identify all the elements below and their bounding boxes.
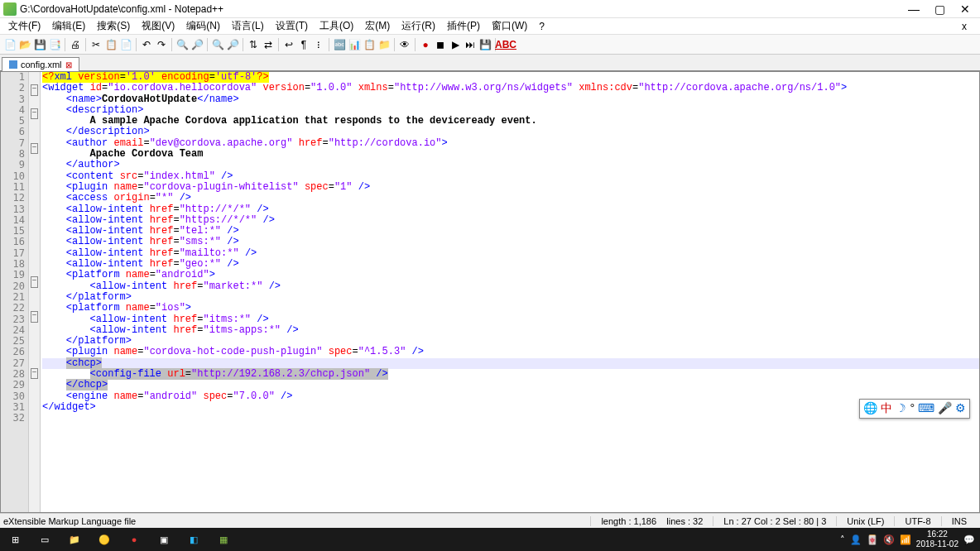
code-line[interactable]: </widget> [42,402,979,413]
record-icon[interactable]: ● [419,38,432,51]
zoom-out-icon[interactable]: 🔎 [226,38,239,51]
menu-item[interactable]: 插件(P) [442,17,485,35]
code-line[interactable]: <widget id="io.cordova.hellocordova" ver… [42,83,979,93]
paste-icon[interactable]: 📄 [119,38,132,51]
ime-keyboard-icon[interactable]: ⌨ [918,401,934,416]
code-area[interactable]: <?xml version='1.0' encoding='utf-8'?><w… [41,72,979,512]
menu-item[interactable]: 工具(O) [315,17,358,35]
code-line[interactable]: <config-file url="http://192.168.2.3/chc… [42,369,979,380]
code-line[interactable]: <chcp> [42,358,979,369]
chrome-icon[interactable]: 🟡 [89,528,119,551]
close-button[interactable]: ✕ [960,2,970,16]
ime-settings-icon[interactable]: ⚙ [955,401,966,416]
editor[interactable]: 1234567891011121314151617181920212223242… [0,71,980,513]
tray-volume-icon[interactable]: 🔇 [883,534,895,545]
code-line[interactable]: <name>CordovaHotUpdate</name> [42,94,979,105]
save-icon[interactable]: 💾 [33,38,46,51]
menu-item[interactable]: 文件(F) [3,17,46,35]
explorer-icon[interactable]: 📁 [60,528,89,551]
start-button[interactable]: ⊞ [0,528,30,551]
undo-icon[interactable]: ↶ [140,38,153,51]
menu-item[interactable]: 编辑(E) [47,17,90,35]
new-file-icon[interactable]: 📄 [3,38,17,51]
print-icon[interactable]: 🖨 [69,38,82,51]
tray-people-icon[interactable]: 👤 [850,534,862,545]
code-line[interactable]: <plugin name="cordova-hot-code-push-plug… [42,347,979,357]
wrap-icon[interactable]: ↩ [282,38,295,51]
terminal-icon[interactable]: ▣ [149,528,179,551]
code-line[interactable]: <allow-intent href="https://*/*" /> [42,215,979,226]
code-line[interactable]: Apache Cordova Team [42,149,979,160]
code-line[interactable]: <plugin name="cordova-plugin-whitelist" … [42,182,979,193]
code-line[interactable]: <content src="index.html" /> [42,171,979,182]
code-line[interactable]: <allow-intent href="tel:*" /> [42,226,979,237]
close-doc-icon[interactable]: x [957,19,972,34]
code-line[interactable]: <allow-intent href="sms:*" /> [42,237,979,247]
ime-cn-icon[interactable]: 中 [881,401,892,416]
stop-icon[interactable]: ◼ [434,38,447,51]
folder-icon[interactable]: 📁 [377,38,391,51]
code-line[interactable]: <platform name="ios"> [42,303,979,314]
menu-item[interactable]: 编码(N) [181,17,225,35]
tab-close-icon[interactable]: ⊠ [65,60,72,69]
tray-ime-icon[interactable]: 🀄 [867,534,878,545]
sync-h-icon[interactable]: ⇄ [262,38,275,51]
code-line[interactable]: <access origin="*" /> [42,193,979,204]
red-app-icon[interactable]: ● [119,528,149,551]
code-line[interactable]: </chcp> [42,380,979,390]
menu-item[interactable]: 运行(R) [396,17,440,35]
clock[interactable]: 16:22 2018-11-02 [916,529,958,549]
find-icon[interactable]: 🔍 [175,38,189,51]
replace-icon[interactable]: 🔎 [190,38,204,51]
ime-toolbar[interactable]: 🌐 中 ☽ ° ⌨ 🎤 ⚙ [859,399,970,419]
ime-punct-icon[interactable]: ° [910,401,915,416]
menu-item[interactable]: ? [534,19,550,34]
save-all-icon[interactable]: 📑 [48,38,61,51]
code-line[interactable]: </platform> [42,336,979,347]
open-file-icon[interactable]: 📂 [18,38,31,51]
maximize-button[interactable]: ▢ [934,2,945,16]
ime-moon-icon[interactable]: ☽ [896,401,906,416]
lang-icon[interactable]: 🔤 [333,38,346,51]
sync-v-icon[interactable]: ⇅ [247,38,260,51]
code-line[interactable]: <allow-intent href="http://*/*" /> [42,204,979,215]
save-macro-icon[interactable]: 💾 [478,38,492,51]
globe-icon[interactable]: 🌐 [863,401,877,416]
vscode-icon[interactable]: ◧ [179,528,209,551]
play-multi-icon[interactable]: ⏭ [464,38,477,51]
show-all-icon[interactable]: ¶ [297,38,310,51]
menu-item[interactable]: 窗口(W) [487,17,532,35]
indent-guide-icon[interactable]: ⫶ [312,38,325,51]
minimize-button[interactable]: — [908,2,920,16]
doc-map-icon[interactable]: 📊 [348,38,361,51]
code-line[interactable]: <allow-intent href="market:*" /> [42,281,979,292]
code-line[interactable]: </author> [42,160,979,170]
cut-icon[interactable]: ✂ [89,38,103,51]
menu-item[interactable]: 设置(T) [271,17,313,35]
code-line[interactable]: <platform name="android"> [42,270,979,280]
notifications-icon[interactable]: 💬 [963,534,975,545]
task-view-button[interactable]: ▭ [30,528,60,551]
code-line[interactable]: <allow-intent href="itms:*" /> [42,314,979,325]
code-line[interactable]: <engine name="android" spec="7.0.0" /> [42,391,979,402]
spellcheck-icon[interactable]: ABC [499,38,512,51]
ime-mic-icon[interactable]: 🎤 [938,401,952,416]
code-line[interactable]: <?xml version='1.0' encoding='utf-8'?> [42,72,979,83]
redo-icon[interactable]: ↷ [155,38,168,51]
tray-up-icon[interactable]: ˄ [840,534,845,545]
fold-gutter[interactable]: −−−−−− [29,72,41,512]
zoom-in-icon[interactable]: 🔍 [211,38,224,51]
copy-icon[interactable]: 📋 [104,38,118,51]
func-list-icon[interactable]: 📋 [363,38,376,51]
code-line[interactable]: <allow-intent href="geo:*" /> [42,259,979,270]
monitor-icon[interactable]: 👁 [398,38,411,51]
code-line[interactable] [42,413,979,424]
menu-item[interactable]: 语言(L) [227,17,269,35]
code-line[interactable]: A sample Apache Cordova application that… [42,116,979,127]
play-icon[interactable]: ▶ [449,38,462,51]
menu-item[interactable]: 宏(M) [360,17,395,35]
notepadpp-icon[interactable]: ▦ [209,528,238,551]
tab-config-xml[interactable]: config.xml ⊠ [2,57,79,71]
menu-item[interactable]: 搜索(S) [92,17,135,35]
code-line[interactable]: <description> [42,105,979,116]
